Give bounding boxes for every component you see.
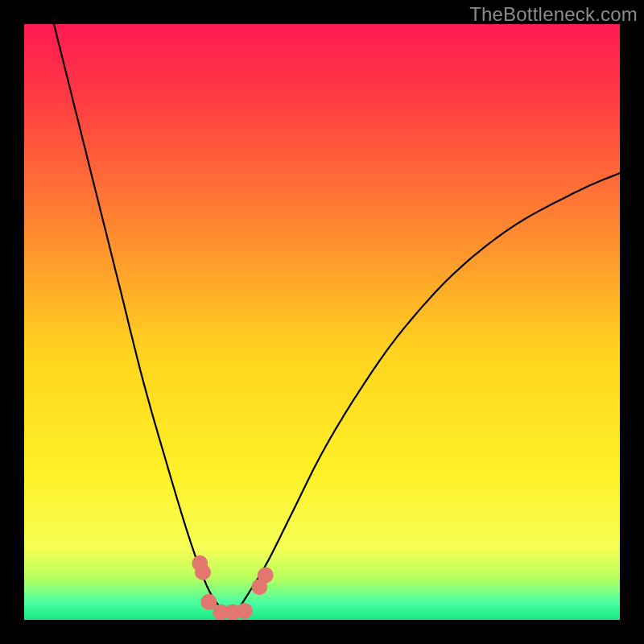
marker-dot [195,564,211,580]
marker-dot [237,603,253,619]
watermark-text: TheBottleneck.com [469,3,638,26]
gradient-background [24,24,620,620]
marker-dot [258,568,274,584]
chart-svg [24,24,620,620]
plot-area [24,24,620,620]
outer-frame: TheBottleneck.com [0,0,644,644]
